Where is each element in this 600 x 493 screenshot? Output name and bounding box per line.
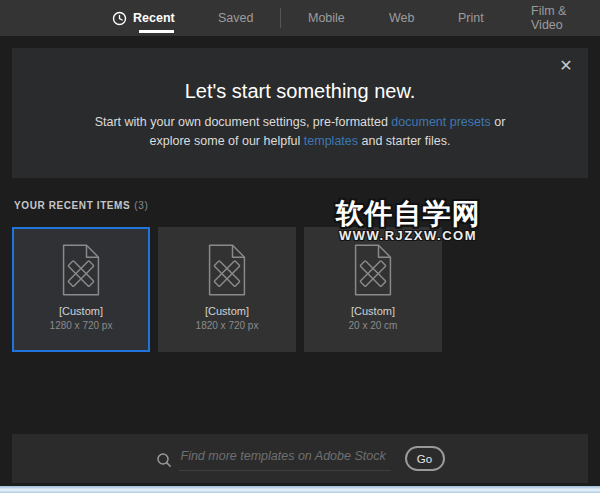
bottom-edge-strip [0, 486, 600, 493]
tab-print-label: Print [458, 11, 484, 25]
tab-saved-label: Saved [218, 11, 253, 25]
watermark-site-name: 软件自学网 [333, 199, 483, 229]
recent-items-count: (3) [134, 200, 148, 211]
start-banner: ✕ Let's start something new. Start with … [12, 48, 588, 178]
tab-recent-label: Recent [133, 11, 175, 25]
tab-web-label: Web [389, 11, 414, 25]
subtitle-text-2: or [491, 115, 506, 129]
recent-card-3[interactable]: [Custom] 20 x 20 cm [304, 227, 442, 352]
banner-subtitle: Start with your own document settings, p… [90, 113, 510, 151]
custom-document-icon [59, 242, 103, 298]
close-icon[interactable]: ✕ [556, 56, 576, 76]
tab-divider [280, 8, 281, 28]
tab-print[interactable]: Print [458, 0, 484, 36]
tab-bar: Recent Saved Mobile Web Print Film & Vid… [0, 0, 600, 36]
go-button[interactable]: Go [405, 446, 445, 471]
tab-mobile-label: Mobile [308, 11, 345, 25]
subtitle-text-4: and starter files. [358, 134, 450, 148]
templates-link[interactable]: templates [304, 134, 358, 148]
active-tab-underline [139, 30, 174, 33]
document-presets-link[interactable]: document presets [391, 115, 490, 129]
subtitle-text-1: Start with your own document settings, p… [95, 115, 392, 129]
adobe-stock-search-panel: Go [12, 434, 588, 483]
card-name: [Custom] [351, 305, 395, 317]
tab-film-video[interactable]: Film & Video [531, 0, 600, 36]
search-icon [156, 452, 172, 468]
card-name: [Custom] [205, 305, 249, 317]
custom-document-icon [351, 242, 395, 298]
recent-items-label: YOUR RECENT ITEMS [14, 200, 130, 211]
tab-film-video-label: Film & Video [531, 4, 600, 32]
recent-card-2[interactable]: [Custom] 1820 x 720 px [158, 227, 296, 352]
card-name: [Custom] [59, 305, 103, 317]
recent-items-grid: [Custom] 1280 x 720 px [Custom] 1820 x 7… [12, 227, 442, 352]
recent-card-1[interactable]: [Custom] 1280 x 720 px [12, 227, 150, 352]
card-dimensions: 20 x 20 cm [349, 320, 398, 331]
custom-document-icon [205, 242, 249, 298]
tab-mobile[interactable]: Mobile [308, 0, 345, 36]
subtitle-text-3: explore some of our helpful [150, 134, 304, 148]
search-input[interactable] [179, 447, 391, 471]
card-dimensions: 1820 x 720 px [196, 320, 259, 331]
banner-title: Let's start something new. [12, 80, 588, 103]
card-dimensions: 1280 x 720 px [50, 320, 113, 331]
recent-items-heading: YOUR RECENT ITEMS(3) [14, 200, 148, 211]
clock-icon [112, 11, 127, 26]
tab-web[interactable]: Web [389, 0, 414, 36]
tab-saved[interactable]: Saved [218, 0, 253, 36]
new-document-start-screen: Recent Saved Mobile Web Print Film & Vid… [0, 0, 600, 493]
